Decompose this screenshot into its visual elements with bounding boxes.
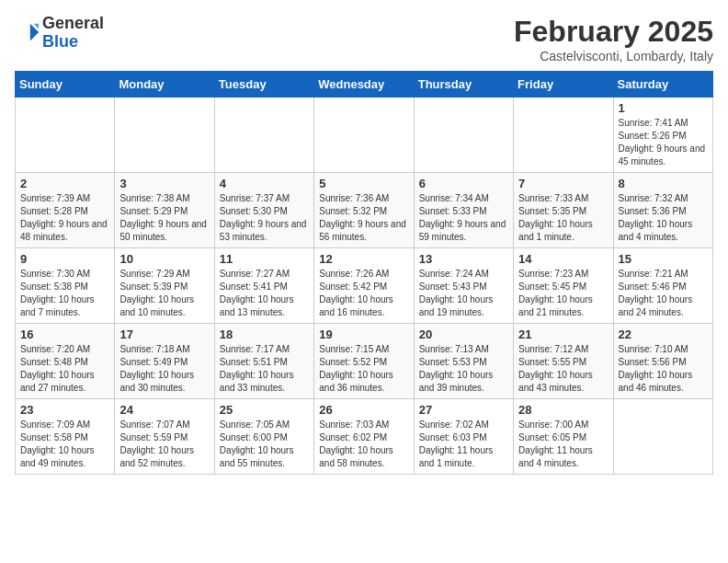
calendar-cell: 5Sunrise: 7:36 AM Sunset: 5:32 PM Daylig… xyxy=(314,173,414,248)
day-number: 25 xyxy=(220,403,309,417)
calendar-cell: 22Sunrise: 7:10 AM Sunset: 5:56 PM Dayli… xyxy=(613,324,712,399)
day-info: Sunrise: 7:36 AM Sunset: 5:32 PM Dayligh… xyxy=(319,192,408,244)
calendar-cell: 11Sunrise: 7:27 AM Sunset: 5:41 PM Dayli… xyxy=(214,248,313,324)
week-row-4: 16Sunrise: 7:20 AM Sunset: 5:48 PM Dayli… xyxy=(16,324,713,399)
day-number: 11 xyxy=(220,252,309,266)
day-number: 15 xyxy=(619,252,708,266)
logo-text: General Blue xyxy=(42,15,104,52)
day-number: 17 xyxy=(119,327,209,341)
calendar-cell: 1Sunrise: 7:41 AM Sunset: 5:26 PM Daylig… xyxy=(613,98,712,173)
calendar-table: SundayMondayTuesdayWednesdayThursdayFrid… xyxy=(15,71,713,475)
day-info: Sunrise: 7:34 AM Sunset: 5:33 PM Dayligh… xyxy=(419,192,508,244)
logo-icon xyxy=(15,20,40,46)
month-year: February 2025 xyxy=(514,15,713,49)
calendar-cell xyxy=(414,98,513,173)
calendar-cell: 16Sunrise: 7:20 AM Sunset: 5:48 PM Dayli… xyxy=(16,324,115,399)
day-number: 9 xyxy=(20,252,109,266)
calendar-cell: 24Sunrise: 7:07 AM Sunset: 5:59 PM Dayli… xyxy=(115,399,214,475)
day-info: Sunrise: 7:10 AM Sunset: 5:56 PM Dayligh… xyxy=(619,343,708,395)
day-number: 21 xyxy=(518,327,608,341)
calendar-cell: 12Sunrise: 7:26 AM Sunset: 5:42 PM Dayli… xyxy=(314,248,414,324)
day-info: Sunrise: 7:18 AM Sunset: 5:49 PM Dayligh… xyxy=(119,343,209,395)
day-number: 12 xyxy=(319,252,408,266)
day-number: 19 xyxy=(319,327,408,341)
weekday-header-wednesday: Wednesday xyxy=(314,72,414,98)
day-info: Sunrise: 7:07 AM Sunset: 5:59 PM Dayligh… xyxy=(119,419,209,470)
day-number: 26 xyxy=(319,403,408,417)
calendar-cell: 13Sunrise: 7:24 AM Sunset: 5:43 PM Dayli… xyxy=(414,248,513,324)
weekday-header-thursday: Thursday xyxy=(414,72,513,98)
calendar-cell: 2Sunrise: 7:39 AM Sunset: 5:28 PM Daylig… xyxy=(16,173,115,248)
day-info: Sunrise: 7:05 AM Sunset: 6:00 PM Dayligh… xyxy=(220,419,309,470)
day-info: Sunrise: 7:33 AM Sunset: 5:35 PM Dayligh… xyxy=(518,192,608,244)
calendar-cell: 17Sunrise: 7:18 AM Sunset: 5:49 PM Dayli… xyxy=(115,324,214,399)
logo: General Blue xyxy=(15,15,104,52)
week-row-1: 1Sunrise: 7:41 AM Sunset: 5:26 PM Daylig… xyxy=(16,98,713,173)
day-number: 16 xyxy=(20,327,109,341)
day-number: 4 xyxy=(220,177,309,190)
calendar-cell: 28Sunrise: 7:00 AM Sunset: 6:05 PM Dayli… xyxy=(514,399,613,475)
day-info: Sunrise: 7:38 AM Sunset: 5:29 PM Dayligh… xyxy=(119,192,209,244)
day-info: Sunrise: 7:13 AM Sunset: 5:53 PM Dayligh… xyxy=(419,343,508,395)
day-info: Sunrise: 7:02 AM Sunset: 6:03 PM Dayligh… xyxy=(419,419,508,470)
calendar-cell: 15Sunrise: 7:21 AM Sunset: 5:46 PM Dayli… xyxy=(613,248,712,324)
day-number: 5 xyxy=(319,177,408,190)
weekday-header-saturday: Saturday xyxy=(613,72,712,98)
weekday-header-row: SundayMondayTuesdayWednesdayThursdayFrid… xyxy=(16,72,713,98)
day-number: 18 xyxy=(220,327,309,341)
day-info: Sunrise: 7:41 AM Sunset: 5:26 PM Dayligh… xyxy=(619,117,708,168)
calendar-cell: 21Sunrise: 7:12 AM Sunset: 5:55 PM Dayli… xyxy=(514,324,613,399)
day-info: Sunrise: 7:17 AM Sunset: 5:51 PM Dayligh… xyxy=(220,343,309,395)
day-info: Sunrise: 7:09 AM Sunset: 5:58 PM Dayligh… xyxy=(20,419,109,470)
calendar-cell: 20Sunrise: 7:13 AM Sunset: 5:53 PM Dayli… xyxy=(414,324,513,399)
calendar-cell xyxy=(16,98,115,173)
calendar-cell: 18Sunrise: 7:17 AM Sunset: 5:51 PM Dayli… xyxy=(214,324,313,399)
day-info: Sunrise: 7:12 AM Sunset: 5:55 PM Dayligh… xyxy=(518,343,608,395)
week-row-5: 23Sunrise: 7:09 AM Sunset: 5:58 PM Dayli… xyxy=(16,399,713,475)
calendar-cell xyxy=(314,98,414,173)
day-info: Sunrise: 7:21 AM Sunset: 5:46 PM Dayligh… xyxy=(619,268,708,319)
title-area: February 2025 Castelvisconti, Lombardy, … xyxy=(514,15,713,63)
day-info: Sunrise: 7:15 AM Sunset: 5:52 PM Dayligh… xyxy=(319,343,408,395)
day-info: Sunrise: 7:00 AM Sunset: 6:05 PM Dayligh… xyxy=(518,419,608,470)
calendar-cell: 14Sunrise: 7:23 AM Sunset: 5:45 PM Dayli… xyxy=(514,248,613,324)
day-info: Sunrise: 7:32 AM Sunset: 5:36 PM Dayligh… xyxy=(619,192,708,244)
day-number: 10 xyxy=(119,252,209,266)
calendar-cell: 10Sunrise: 7:29 AM Sunset: 5:39 PM Dayli… xyxy=(115,248,214,324)
weekday-header-monday: Monday xyxy=(115,72,214,98)
day-number: 6 xyxy=(419,177,508,190)
calendar-cell: 3Sunrise: 7:38 AM Sunset: 5:29 PM Daylig… xyxy=(115,173,214,248)
calendar-cell: 7Sunrise: 7:33 AM Sunset: 5:35 PM Daylig… xyxy=(514,173,613,248)
weekday-header-sunday: Sunday xyxy=(16,72,115,98)
week-row-2: 2Sunrise: 7:39 AM Sunset: 5:28 PM Daylig… xyxy=(16,173,713,248)
calendar-cell xyxy=(214,98,313,173)
calendar-cell xyxy=(115,98,214,173)
day-number: 13 xyxy=(419,252,508,266)
location: Castelvisconti, Lombardy, Italy xyxy=(514,49,713,63)
calendar-cell: 23Sunrise: 7:09 AM Sunset: 5:58 PM Dayli… xyxy=(16,399,115,475)
weekday-header-friday: Friday xyxy=(514,72,613,98)
day-number: 7 xyxy=(518,177,608,190)
day-number: 28 xyxy=(518,403,608,417)
day-info: Sunrise: 7:03 AM Sunset: 6:02 PM Dayligh… xyxy=(319,419,408,470)
calendar-cell: 19Sunrise: 7:15 AM Sunset: 5:52 PM Dayli… xyxy=(314,324,414,399)
week-row-3: 9Sunrise: 7:30 AM Sunset: 5:38 PM Daylig… xyxy=(16,248,713,324)
day-number: 23 xyxy=(20,403,109,417)
day-info: Sunrise: 7:27 AM Sunset: 5:41 PM Dayligh… xyxy=(220,268,309,319)
calendar-cell: 8Sunrise: 7:32 AM Sunset: 5:36 PM Daylig… xyxy=(613,173,712,248)
day-number: 2 xyxy=(20,177,109,190)
calendar-cell: 4Sunrise: 7:37 AM Sunset: 5:30 PM Daylig… xyxy=(214,173,313,248)
calendar-cell: 26Sunrise: 7:03 AM Sunset: 6:02 PM Dayli… xyxy=(314,399,414,475)
weekday-header-tuesday: Tuesday xyxy=(214,72,313,98)
calendar-cell: 9Sunrise: 7:30 AM Sunset: 5:38 PM Daylig… xyxy=(16,248,115,324)
day-info: Sunrise: 7:24 AM Sunset: 5:43 PM Dayligh… xyxy=(419,268,508,319)
day-info: Sunrise: 7:30 AM Sunset: 5:38 PM Dayligh… xyxy=(20,268,109,319)
calendar-cell: 6Sunrise: 7:34 AM Sunset: 5:33 PM Daylig… xyxy=(414,173,513,248)
calendar-cell xyxy=(514,98,613,173)
calendar-cell: 25Sunrise: 7:05 AM Sunset: 6:00 PM Dayli… xyxy=(214,399,313,475)
day-info: Sunrise: 7:20 AM Sunset: 5:48 PM Dayligh… xyxy=(20,343,109,395)
logo-blue: Blue xyxy=(42,32,78,51)
day-info: Sunrise: 7:37 AM Sunset: 5:30 PM Dayligh… xyxy=(220,192,309,244)
page-header: General Blue February 2025 Castelviscont… xyxy=(15,15,713,63)
day-number: 14 xyxy=(518,252,608,266)
